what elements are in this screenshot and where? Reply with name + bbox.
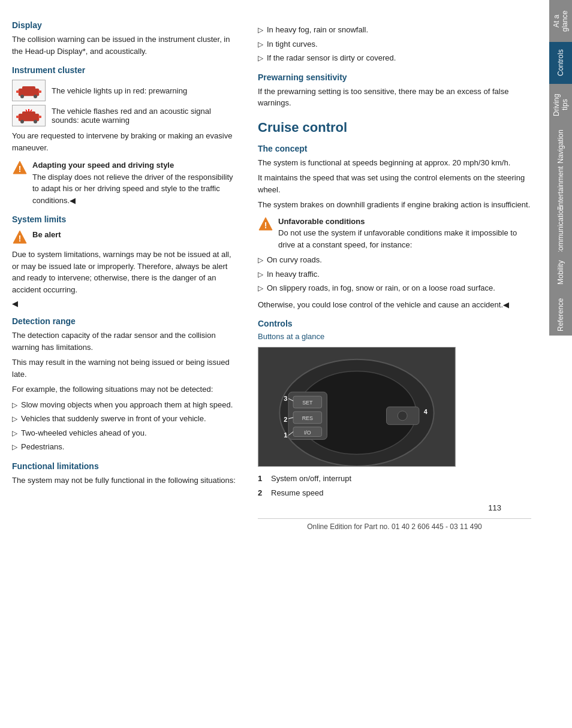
unfavorable-bullets: ▷On curvy roads. ▷In heavy traffic. ▷On … — [258, 254, 531, 294]
svg-point-9 — [34, 120, 37, 123]
display-title: Display — [12, 20, 240, 30]
svg-rect-4 — [16, 90, 19, 93]
arrow-icon-u1: ▷ — [258, 255, 263, 265]
warning-triangle-icon-3: ! — [258, 216, 273, 232]
tab-communication[interactable]: Communication — [549, 210, 572, 252]
unfavorable-warning: ! Unfavorable conditions Do not use the … — [258, 216, 531, 251]
tab-driving-tips[interactable]: Driving tips — [549, 84, 572, 126]
footer-text: Online Edition for Part no. 01 40 2 606 … — [258, 518, 531, 531]
display-body: The collision warning can be issued in t… — [12, 34, 240, 57]
unfavorable-end-text: Otherwise, you could lose control of the… — [258, 299, 531, 311]
svg-line-13 — [26, 110, 27, 111]
numbered-list: 1 System on/off, interrupt 2 Resume spee… — [258, 473, 531, 499]
right-bullet-2: ▷In tight curves. — [258, 38, 531, 50]
concept-title: The concept — [258, 144, 531, 153]
concept-p1: The system is functional at speeds begin… — [258, 157, 531, 169]
cluster-row2-text: The vehicle flashes red and an acoustic … — [52, 107, 240, 125]
svg-line-14 — [31, 110, 32, 111]
svg-text:4: 4 — [424, 408, 428, 415]
prewarning-title: Prewarning sensitivity — [258, 73, 531, 82]
unfavorable-title: Unfavorable conditions — [278, 217, 365, 226]
warning-adapt-body: The display does not relieve the driver … — [32, 173, 233, 205]
system-limits-title: System limits — [12, 215, 240, 224]
right-column: ▷In heavy fog, rain or snowfall. ▷In tig… — [258, 12, 531, 716]
arrow-icon-1: ▷ — [12, 400, 17, 410]
svg-text:SET: SET — [302, 400, 313, 406]
detection-bullet-2: ▷Vehicles that suddenly swerve in front … — [12, 413, 240, 425]
svg-point-2 — [20, 95, 24, 98]
cruise-control-image: SET RES I/O 1 2 3 4 — [258, 347, 456, 467]
svg-text:!: ! — [19, 164, 22, 174]
unfavorable-bullet-1: ▷On curvy roads. — [258, 254, 531, 266]
car-icon-prewarning — [12, 80, 46, 101]
warning-triangle-icon-1: ! — [12, 160, 28, 176]
arrow-icon-r2: ▷ — [258, 39, 263, 50]
svg-text:!: ! — [264, 220, 267, 230]
instrument-cluster-title: Instrument cluster — [12, 65, 240, 75]
detection-bullet-3: ▷Two-wheeled vehicles ahead of you. — [12, 427, 240, 439]
concept-p3: The system brakes on downhill gradients … — [258, 199, 531, 211]
tab-entertainment[interactable]: Entertainment — [549, 168, 572, 210]
car-icon-acute — [12, 105, 46, 126]
cluster-row1-text: The vehicle lights up in red: prewarning — [52, 86, 187, 95]
svg-rect-5 — [38, 90, 41, 93]
arrow-icon-u2: ▷ — [258, 269, 263, 280]
system-limits-body: Due to system limitations, warnings may … — [12, 249, 240, 295]
tab-at-a-glance[interactable]: At a glance — [549, 0, 572, 42]
system-limits-warn-title: Be alert — [32, 230, 61, 239]
system-limits-warning: ! Be alert — [12, 229, 240, 245]
buttons-glance-title: Buttons at a glance — [258, 332, 531, 341]
numbered-item-2: 2 Resume speed — [258, 487, 531, 499]
prewarning-body: If the prewarning setting is too sensiti… — [258, 86, 531, 109]
sidebar-tabs: At a glance Controls Driving tips Naviga… — [549, 0, 572, 336]
cruise-control-title: Cruise control — [258, 120, 531, 135]
svg-text:2: 2 — [284, 416, 287, 423]
right-bullets: ▷In heavy fog, rain or snowfall. ▷In tig… — [258, 24, 531, 64]
page-number: 113 — [488, 503, 501, 512]
left-column: Display The collision warning can be iss… — [12, 12, 240, 716]
unfavorable-warn-text: Unfavorable conditions Do not use the sy… — [278, 216, 531, 251]
svg-rect-7 — [22, 111, 35, 116]
concept-p2: It maintains the speed that was set usin… — [258, 172, 531, 195]
tab-reference[interactable]: Reference — [549, 294, 572, 336]
functional-limitations-body: The system may not be fully functional i… — [12, 475, 240, 487]
svg-text:!: ! — [19, 234, 22, 243]
svg-rect-1 — [22, 86, 35, 91]
arrow-icon-4: ▷ — [12, 442, 17, 452]
svg-text:I/O: I/O — [304, 430, 311, 436]
detection-range-p3: For example, the following situations ma… — [12, 383, 240, 395]
svg-rect-11 — [38, 116, 41, 118]
detection-range-title: Detection range — [12, 316, 240, 326]
detection-range-p1: The detection capacity of the radar sens… — [12, 330, 240, 353]
svg-text:RES: RES — [302, 415, 313, 421]
unfavorable-body: Do not use the system if unfavorable con… — [278, 228, 517, 249]
arrow-icon-3: ▷ — [12, 428, 17, 439]
arrow-icon-r1: ▷ — [258, 25, 263, 35]
svg-point-3 — [34, 95, 37, 98]
tab-controls[interactable]: Controls — [549, 42, 572, 84]
unfavorable-bullet-3: ▷On slippery roads, in fog, snow or rain… — [258, 282, 531, 294]
cluster-row-2: The vehicle flashes red and an acoustic … — [12, 105, 240, 126]
cluster-row3-text: You are requested to intervene by brakin… — [12, 130, 240, 153]
arrow-icon-r3: ▷ — [258, 53, 263, 64]
page-number-area: 113 — [258, 503, 531, 512]
warning-adapt-text: Adapting your speed and driving style Th… — [32, 159, 240, 206]
detection-bullets: ▷Slow moving objects when you approach t… — [12, 399, 240, 453]
arrow-icon-2: ▷ — [12, 413, 17, 424]
right-bullet-3: ▷If the radar sensor is dirty or covered… — [258, 52, 531, 64]
detection-range-p2: This may result in the warning not being… — [12, 357, 240, 380]
instrument-cluster-block: The vehicle lights up in red: prewarning — [12, 80, 240, 153]
svg-text:3: 3 — [284, 395, 287, 402]
system-limits-warn-text: Be alert — [32, 229, 240, 241]
svg-point-8 — [20, 120, 24, 123]
tab-navigation[interactable]: Navigation — [549, 126, 572, 168]
svg-rect-10 — [16, 116, 19, 118]
warning-adapt-speed: ! Adapting your speed and driving style … — [12, 159, 240, 206]
numbered-item-1: 1 System on/off, interrupt — [258, 473, 531, 485]
right-bullet-1: ▷In heavy fog, rain or snowfall. — [258, 24, 531, 36]
detection-bullet-4: ▷Pedestrians. — [12, 441, 240, 453]
functional-limitations-title: Functional limitations — [12, 461, 240, 471]
arrow-icon-u3: ▷ — [258, 283, 263, 294]
tab-mobility[interactable]: Mobility — [549, 252, 572, 294]
main-content: Display The collision warning can be iss… — [0, 0, 549, 728]
